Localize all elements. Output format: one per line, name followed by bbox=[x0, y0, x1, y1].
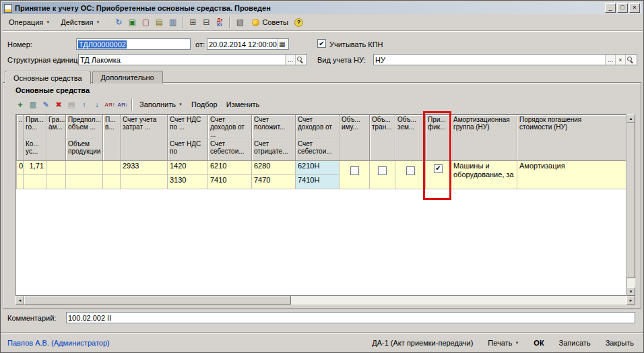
horizontal-scroll-thumb[interactable] bbox=[24, 296, 291, 304]
reread-icon[interactable]: ↻ bbox=[112, 17, 125, 28]
kpn-checkbox[interactable]: ✔ bbox=[317, 39, 326, 48]
income-account-cell[interactable]: 7410 bbox=[208, 175, 252, 189]
help-icon[interactable]: ? bbox=[294, 18, 303, 27]
edit-row-icon[interactable]: ✎ bbox=[40, 99, 52, 110]
repayment-order-cell[interactable]: Амортизация bbox=[517, 161, 627, 189]
clear-icon[interactable]: × bbox=[615, 55, 625, 65]
col-subheader: Счет себестои... bbox=[208, 139, 252, 161]
print-button[interactable]: Печать▼ bbox=[485, 338, 521, 348]
act-print-button[interactable]: ДА-1 (Акт приемки-передачи) bbox=[369, 338, 476, 348]
pick-button[interactable]: Подбор bbox=[187, 99, 222, 110]
positive-account-cell[interactable]: 7470 bbox=[252, 175, 296, 189]
calendar-icon[interactable]: ▦ bbox=[277, 39, 287, 49]
grid-surface[interactable]: ... При... го... Гра... ам... Предпол...… bbox=[15, 114, 626, 296]
operation-button[interactable]: Операция▼ bbox=[4, 15, 55, 29]
cell[interactable] bbox=[17, 175, 24, 189]
move-up-icon[interactable]: ↑ bbox=[78, 99, 90, 110]
magnifier-icon[interactable] bbox=[295, 55, 305, 65]
unpost-document-icon[interactable]: ▢ bbox=[139, 17, 152, 28]
cell[interactable] bbox=[121, 175, 168, 189]
close-button[interactable]: × bbox=[629, 3, 640, 13]
cell[interactable] bbox=[46, 161, 66, 175]
structural-unit-input[interactable]: ТД Лакомка … bbox=[78, 54, 307, 65]
copy-icon[interactable]: ▥ bbox=[166, 17, 179, 28]
vertical-scrollbar[interactable]: ▲ ▼ bbox=[626, 114, 635, 296]
property-checkbox[interactable] bbox=[350, 166, 359, 175]
create-based-on-icon[interactable]: ▤ bbox=[153, 17, 165, 28]
structure-icon[interactable]: ⊞ bbox=[187, 17, 199, 28]
horizontal-scrollbar[interactable]: ◄ ► bbox=[15, 296, 635, 304]
vat-account-cell[interactable]: 1420 bbox=[168, 161, 208, 175]
comment-value: 100.02.002 II bbox=[68, 314, 111, 322]
cell[interactable]: 0 bbox=[17, 161, 24, 175]
save-button[interactable]: Записать bbox=[556, 338, 593, 348]
post-document-icon[interactable]: ▣ bbox=[126, 17, 138, 28]
cell[interactable] bbox=[103, 175, 121, 189]
minimize-button[interactable]: _ bbox=[605, 3, 616, 13]
fill-button[interactable]: Заполнить▼ bbox=[135, 99, 187, 110]
cost-account-cell[interactable]: 2933 bbox=[121, 161, 168, 175]
maximize-button[interactable]: □ bbox=[617, 3, 628, 13]
cell[interactable] bbox=[66, 161, 103, 175]
cell[interactable] bbox=[66, 175, 103, 189]
change-button[interactable]: Изменить bbox=[222, 99, 264, 110]
positive-account-cell[interactable]: 6280 bbox=[252, 161, 296, 175]
fixed-asset-checkbox-cell[interactable]: ✔ bbox=[426, 161, 451, 189]
tab-fixed-assets[interactable]: Основные средства bbox=[5, 71, 91, 84]
ellipsis-button[interactable]: … bbox=[285, 55, 295, 65]
dt-kt-icon[interactable]: Дт Кт bbox=[214, 17, 226, 28]
move-down-icon[interactable]: ↓ bbox=[91, 99, 103, 110]
cell[interactable] bbox=[24, 175, 46, 189]
vat-account-cell[interactable]: 3130 bbox=[168, 175, 208, 189]
vertical-scroll-thumb[interactable] bbox=[626, 123, 635, 278]
scroll-down-icon[interactable]: ▼ bbox=[626, 287, 635, 296]
col-header: Объ... иму... bbox=[340, 115, 370, 161]
scroll-left-icon[interactable]: ◄ bbox=[15, 296, 24, 304]
col-header: Счет доходов от bbox=[296, 115, 340, 139]
property-checkbox-cell[interactable] bbox=[340, 161, 370, 189]
scroll-up-icon[interactable]: ▲ bbox=[626, 114, 635, 123]
titlebar[interactable]: Принятие к учету ОС: Приобретенные основ… bbox=[2, 2, 642, 14]
ok-button[interactable]: ОК bbox=[531, 338, 546, 348]
income-nu-account-cell[interactable]: 6210Н bbox=[296, 161, 340, 175]
amortization-group-cell[interactable]: Машины и оборудование, за bbox=[451, 161, 517, 189]
nu-type-input[interactable]: НУ … × bbox=[373, 54, 637, 65]
fixed-asset-checkbox[interactable]: ✔ bbox=[434, 164, 443, 173]
toolbar-separator bbox=[108, 17, 109, 28]
ellipsis-button[interactable]: … bbox=[605, 55, 615, 65]
add-row-icon[interactable]: + bbox=[14, 99, 26, 110]
sort-asc-icon[interactable]: АЯ↑ bbox=[104, 99, 116, 110]
actions-button[interactable]: Действия▼ bbox=[56, 15, 104, 29]
advice-button[interactable]: Советы bbox=[247, 15, 292, 29]
transport-checkbox[interactable] bbox=[378, 166, 387, 175]
copy-row-icon[interactable]: ▥ bbox=[27, 99, 39, 110]
sort-desc-icon[interactable]: АЯ↓ bbox=[117, 99, 129, 110]
land-checkbox[interactable] bbox=[406, 166, 415, 175]
coefficient-cell[interactable]: 1,71 bbox=[24, 161, 46, 175]
levels-icon[interactable]: ▤ bbox=[65, 99, 77, 110]
close-form-button[interactable]: Закрыть bbox=[603, 338, 637, 348]
land-checkbox-cell[interactable] bbox=[395, 161, 426, 189]
assets-grid: ... При... го... Гра... ам... Предпол...… bbox=[15, 114, 635, 304]
delete-row-icon[interactable]: ✖ bbox=[53, 99, 65, 110]
user-link[interactable]: Павлов А.В. (Администратор) bbox=[7, 339, 110, 347]
number-value: ТДЛ00000002 bbox=[78, 40, 127, 49]
number-label: Номер: bbox=[7, 40, 32, 49]
col-header: Счет учета затрат ... bbox=[121, 115, 168, 161]
scroll-right-icon[interactable]: ► bbox=[626, 296, 635, 304]
comment-input[interactable]: 100.02.002 II bbox=[66, 312, 635, 323]
lightbulb-icon bbox=[252, 19, 259, 26]
cell[interactable] bbox=[46, 175, 66, 189]
tab-additional[interactable]: Дополнительно bbox=[92, 71, 163, 84]
number-input[interactable]: ТДЛ00000002 bbox=[76, 38, 191, 50]
magnifier-icon[interactable] bbox=[625, 55, 635, 65]
transport-checkbox-cell[interactable] bbox=[370, 161, 395, 189]
table-row: 0 1,71 2933 1420 6210 6280 6210Н bbox=[17, 161, 627, 175]
income-nu-account-cell[interactable]: 7410Н bbox=[296, 175, 340, 189]
journal-icon[interactable]: ▧ bbox=[234, 17, 246, 28]
income-account-cell[interactable]: 6210 bbox=[208, 161, 252, 175]
date-input[interactable]: 20.02.2014 12:00:00 ▦ bbox=[207, 38, 289, 50]
subordination-icon[interactable]: ⊟ bbox=[200, 17, 212, 28]
col-header: При... го... bbox=[24, 115, 46, 139]
cell[interactable] bbox=[103, 161, 121, 175]
